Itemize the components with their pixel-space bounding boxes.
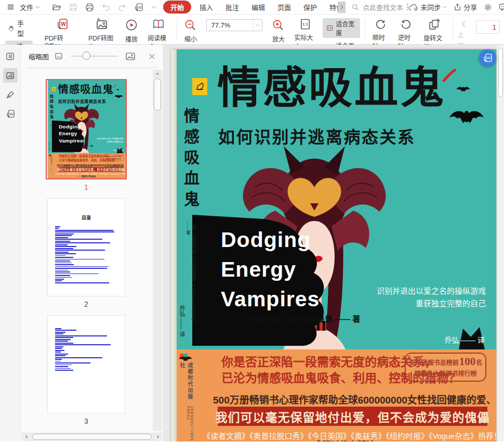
sidebar-sign-button[interactable] [3, 87, 18, 102]
cloud-offline-icon [408, 4, 418, 11]
cover-author-en: （Christiane Northrup） [230, 326, 302, 335]
convert-to-word-button[interactable]: W [134, 3, 143, 12]
play-icon [125, 18, 138, 32]
ribbon-toolbar: 手型 选择 W PDF转Office ▾ PDF转图片 播放 阅读模式 缩小 7… [0, 15, 504, 45]
hamburger-menu-button[interactable] [4, 1, 17, 14]
redo-button[interactable] [118, 4, 126, 11]
divider [365, 18, 365, 41]
sync-status-button[interactable]: 未同步 [408, 2, 447, 12]
sidebar-outline-button[interactable] [3, 49, 18, 63]
tab-home[interactable]: 开始 [163, 1, 191, 14]
file-menu-label: 文件 [20, 2, 33, 12]
rotate-counterclockwise-button[interactable]: 逆时针 [393, 16, 419, 43]
feedback-button[interactable] [499, 3, 504, 11]
svg-text:1:1: 1:1 [302, 22, 308, 27]
share-button[interactable]: 分享 [454, 2, 477, 12]
zoom-level-combo[interactable]: 77.7% [202, 16, 267, 43]
doc-to-word-icon: W [6, 109, 15, 119]
fit-width-icon [326, 24, 333, 32]
scroll-up-icon[interactable] [155, 72, 160, 75]
viewer-vertical-scrollbar[interactable] [497, 45, 504, 441]
spine-translator: 乔弘 —— 译 [178, 305, 186, 337]
book-cover: 你是否正深陷一段需索无度的病态关系， 已沦为情感吸血鬼吸食、利用、控制的猎物？ … [171, 49, 496, 441]
spine-translator: 乔弘 —— 译 [48, 142, 50, 150]
panel-horizontal-scrollbar[interactable] [22, 433, 162, 441]
cover-subtitle: 如何识别并逃离病态关系 [218, 124, 416, 148]
slider-knob[interactable] [82, 51, 90, 60]
zoom-in-label: 放大 [272, 34, 285, 43]
redo-icon [118, 4, 126, 11]
panel-title: 缩略图 [29, 51, 49, 61]
tab-annotate[interactable]: 批注 [219, 1, 245, 13]
svg-text:W: W [61, 21, 66, 27]
actual-size-icon: 1:1 [299, 18, 312, 31]
thumbnail-size-slider[interactable] [71, 56, 117, 57]
large-thumbnail-icon[interactable] [126, 53, 135, 60]
spine-author: 〔美〕克里斯蒂娜·诺尔斯特鲁普（Christiane Northrup）—— 著 [50, 122, 52, 149]
share-icon [454, 3, 461, 11]
undo-button[interactable] [102, 4, 110, 11]
bat-icon [48, 154, 51, 156]
small-thumbnail-icon[interactable] [55, 53, 62, 59]
zoom-out-button[interactable]: 缩小 [179, 16, 202, 43]
floating-convert-button[interactable]: W [479, 49, 496, 67]
toc-title: 目录 [55, 214, 117, 221]
scroll-left-icon[interactable] [25, 435, 28, 439]
pdf-to-office-button[interactable]: W PDF转Office ▾ [40, 16, 84, 43]
pdf-to-image-button[interactable]: PDF转图片 [84, 16, 120, 43]
viewer-scroll-thumb[interactable] [498, 48, 503, 97]
tab-insert[interactable]: 插入 [193, 1, 219, 13]
thumbnail-page-3[interactable] [47, 315, 125, 413]
cover-subtitle: 如何识别并逃离病态关系 [58, 98, 106, 104]
bat-icon [116, 89, 120, 90]
tab-protect[interactable]: 保护 [297, 1, 323, 13]
tabs-overflow-button[interactable] [338, 2, 346, 13]
save-button[interactable] [69, 3, 77, 11]
play-button[interactable]: 播放 [120, 16, 143, 43]
sidebar-thumbnail-button[interactable] [3, 68, 18, 83]
zoom-in-button[interactable]: 放大 [267, 16, 289, 43]
thumbnail-page-2[interactable]: 目录 [47, 198, 125, 296]
cover-sales-line: 500万册畅销书心理作家帮助全球600000000女性找回健康的爱、关系和自己 [213, 392, 489, 406]
search-box[interactable]: 点此查找文本 [352, 2, 408, 12]
page-number-input[interactable] [476, 20, 500, 34]
rotate-clockwise-icon [374, 18, 387, 31]
panel-vertical-scrollbar[interactable] [153, 70, 162, 431]
print-button[interactable] [85, 3, 94, 11]
thumbnail-page-1[interactable]: 你是否正深陷一段需索无度的病态关系， 已沦为情感吸血鬼吸食、利用、控制的猎物？ … [46, 79, 127, 179]
cat-icon [52, 88, 55, 90]
rotate-clockwise-button[interactable]: 顺时针 [368, 16, 393, 43]
actual-size-button[interactable]: 1:1 实际大小 [289, 16, 321, 43]
file-menu[interactable]: 文件 [17, 1, 43, 14]
rotate-document-button[interactable]: 旋转文档 [419, 16, 450, 43]
divider [177, 18, 177, 41]
tab-edit[interactable]: 编辑 [245, 1, 271, 13]
panel-hscroll-thumb[interactable] [32, 434, 152, 440]
hand-tool-button[interactable]: 手型 [5, 18, 33, 38]
doc-to-word-icon: W [483, 53, 493, 63]
title-tick-mark [113, 85, 116, 88]
tab-features[interactable]: 特色 [323, 1, 339, 13]
sidebar-convert-button[interactable]: W [3, 107, 18, 121]
open-file-button[interactable] [52, 3, 61, 11]
cover-banner: 我们可以毫无保留地付出爱，但不会成为爱的傀儡 [58, 167, 124, 172]
comment-icon [499, 3, 504, 11]
play-label: 播放 [125, 34, 138, 43]
thumbnail-list: 你是否正深陷一段需索无度的病态关系， 已沦为情感吸血鬼吸食、利用、控制的猎物？ … [21, 69, 152, 432]
document-viewer: 你是否正深陷一段需索无度的病态关系， 已沦为情感吸血鬼吸食、利用、控制的猎物？ … [164, 45, 504, 441]
fit-width-button[interactable]: 适合宽度 [323, 18, 360, 38]
pdf-page-1[interactable]: 你是否正深陷一段需索无度的病态关系， 已沦为情感吸血鬼吸食、利用、控制的猎物？ … [171, 49, 496, 441]
read-mode-button[interactable]: 阅读模式 [143, 16, 174, 43]
toolbar-dropdown-button[interactable] [151, 6, 156, 9]
tab-page[interactable]: 页面 [271, 1, 297, 13]
thumbnail-number-2: 2 [84, 300, 88, 308]
zoom-level-value: 77.7% [207, 21, 253, 29]
settings-button[interactable] [484, 3, 492, 11]
zoom-dropdown-button[interactable] [253, 20, 262, 31]
close-panel-icon[interactable] [149, 53, 155, 60]
bat-icon [179, 356, 192, 362]
scroll-right-icon[interactable] [157, 435, 160, 439]
publisher-line: 成都时代出版社 [48, 175, 126, 178]
panel-scroll-thumb[interactable] [154, 79, 161, 111]
amazon-rank-badge: 亚马逊图书总榜前100名 雄霸各大畅销书排行榜 [103, 154, 123, 161]
